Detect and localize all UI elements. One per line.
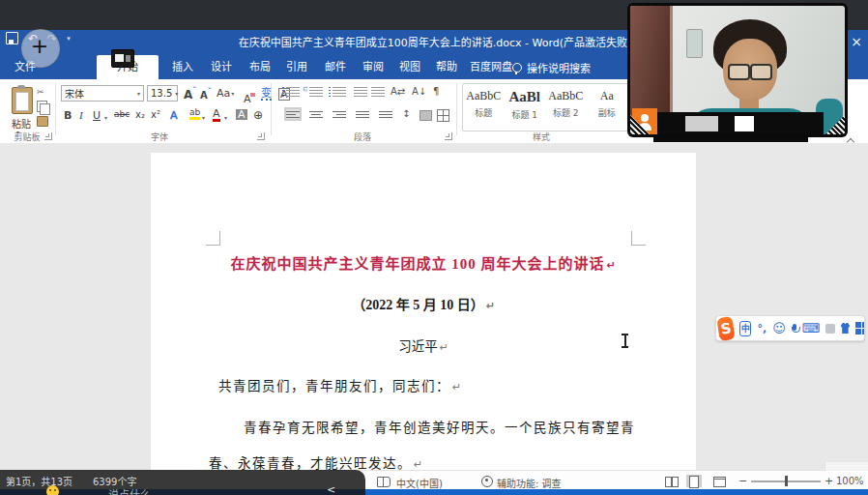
asian-layout-button[interactable]: A⇄ — [391, 86, 405, 97]
phonetic-guide-button[interactable]: 变 — [261, 88, 272, 101]
style-normal[interactable]: AaBbC 标题 — [463, 84, 505, 131]
handwriting-icon[interactable] — [825, 324, 834, 334]
character-shading-button[interactable]: A — [236, 109, 247, 120]
tab-help[interactable]: 帮助 — [430, 55, 463, 79]
text-effects-button[interactable]: A — [170, 110, 178, 121]
subscript-button[interactable]: x₂ — [135, 110, 145, 120]
sogou-logo-icon[interactable]: S — [716, 315, 735, 340]
group-label-styles: 样式 — [517, 131, 565, 143]
webcam-button-gray[interactable] — [685, 116, 718, 131]
format-painter-icon[interactable] — [37, 116, 48, 127]
group-label-clipboard: 剪贴板 — [6, 131, 48, 143]
smiley-emoji-icon[interactable] — [46, 485, 59, 495]
live-chat-overlay: 第1页，共13页 6399个字 说点什么 < — [0, 470, 365, 495]
qat-customize-caret-icon[interactable]: ▾ — [67, 35, 71, 43]
font-dialog-launcher-icon[interactable] — [257, 132, 265, 140]
clear-formatting-button[interactable]: A — [244, 93, 251, 105]
document-area: 在庆祝中国共产主义青年团成立 100 周年大会上的讲话↵ （2022 年 5 月… — [0, 143, 868, 489]
tab-insert[interactable]: 插入 — [166, 55, 199, 79]
borders-button[interactable] — [437, 109, 449, 122]
document-page[interactable]: 在庆祝中国共产主义青年团成立 100 周年大会上的讲话↵ （2022 年 5 月… — [151, 153, 696, 489]
tab-layout[interactable]: 布局 — [244, 55, 276, 79]
clipboard-mini-buttons: ✂ — [37, 87, 48, 127]
align-left-button[interactable] — [286, 109, 300, 119]
screen: ↶ ↷ ▾ 在庆祝中国共产主义青年团成立100周年大会上的讲话.docx - W… — [0, 0, 868, 495]
decrease-indent-button[interactable] — [354, 87, 367, 97]
toolbox-icon[interactable] — [855, 322, 864, 335]
close-button[interactable]: × — [845, 30, 868, 55]
paste-icon[interactable] — [12, 87, 33, 114]
soft-keyboard-icon[interactable]: ⌨ — [801, 322, 820, 335]
superscript-button[interactable]: x² — [151, 110, 160, 120]
underline-button[interactable]: U — [93, 110, 101, 121]
highlight-caret-icon[interactable]: ▾ — [202, 114, 205, 121]
print-layout-button[interactable] — [686, 475, 702, 487]
enclose-characters-button[interactable]: ⊕ — [253, 109, 263, 121]
paragraph-dialog-launcher-icon[interactable] — [445, 132, 452, 140]
bullets-button[interactable] — [286, 87, 300, 97]
tab-references[interactable]: 引用 — [280, 55, 313, 79]
tab-view[interactable]: 视图 — [393, 55, 426, 79]
justify-button[interactable] — [356, 109, 369, 119]
webcam-overlay[interactable] — [627, 3, 848, 137]
tab-baidu-netdisk[interactable]: 百度网盘 — [467, 55, 515, 79]
align-right-button[interactable] — [333, 109, 346, 119]
group-label-paragraph: 段落 — [338, 131, 387, 143]
clipboard-dialog-launcher-icon[interactable] — [44, 132, 52, 140]
person-glasses — [726, 64, 776, 78]
styles-gallery: AaBbC 标题 AaBl 标题 1 AaBbC 标题 2 Aa 副标 — [462, 83, 628, 131]
zoom-slider-thumb[interactable] — [785, 476, 788, 486]
accessibility-status[interactable]: 辅助功能: 调查 — [497, 476, 562, 490]
cut-icon[interactable]: ✂ — [37, 87, 48, 97]
zoom-out-button[interactable]: − — [738, 475, 747, 487]
change-case-button[interactable]: Aa▾ — [217, 88, 234, 99]
numbering-button[interactable] — [309, 87, 323, 97]
bold-button[interactable]: B — [64, 110, 72, 121]
sort-button[interactable]: A↓ — [412, 86, 426, 97]
proofing-icon[interactable] — [377, 477, 391, 487]
font-color-button[interactable]: A — [213, 108, 220, 122]
read-mode-button[interactable] — [663, 475, 679, 487]
chat-input-placeholder[interactable]: 说点什么 — [108, 486, 151, 495]
tab-review[interactable]: 审阅 — [357, 55, 390, 79]
show-marks-button[interactable]: ¶ — [433, 86, 439, 97]
language-status[interactable]: 中文(中国) — [396, 476, 443, 490]
font-color-caret-icon[interactable]: ▾ — [224, 114, 227, 121]
font-size-combobox[interactable]: 13.5▾ — [147, 85, 178, 102]
underline-caret-icon[interactable]: ▾ — [104, 114, 107, 121]
tab-mailings[interactable]: 邮件 — [319, 55, 352, 79]
zoom-level[interactable]: 100% — [836, 476, 864, 486]
style-subtitle[interactable]: Aa 副标 — [587, 84, 628, 131]
align-center-button[interactable] — [309, 109, 323, 119]
tab-design[interactable]: 设计 — [205, 55, 238, 79]
italic-button[interactable]: I — [79, 110, 83, 121]
strikethrough-button[interactable]: abc — [114, 110, 130, 119]
page-info[interactable]: 第1页，共13页 — [6, 474, 72, 488]
crosshair-cursor-icon: + — [21, 29, 58, 66]
voice-input-icon[interactable] — [792, 324, 796, 334]
distribute-button[interactable] — [379, 109, 392, 119]
shading-button[interactable] — [420, 110, 432, 121]
grow-font-button[interactable]: A — [184, 88, 196, 101]
emoji-icon[interactable]: ☺ — [772, 322, 786, 335]
chinese-mode-icon[interactable]: 中 — [739, 321, 751, 336]
highlight-color-button[interactable]: ab — [189, 108, 200, 120]
chat-collapse-icon[interactable]: < — [327, 483, 335, 495]
web-layout-button[interactable] — [711, 475, 727, 487]
font-name-combobox[interactable]: 宋体▾ — [61, 85, 144, 102]
save-icon[interactable] — [6, 32, 18, 44]
multilevel-list-button[interactable] — [333, 87, 346, 97]
accessibility-icon[interactable] — [481, 476, 493, 487]
tell-me-search[interactable]: 操作说明搜索 — [512, 55, 591, 79]
shrink-font-button[interactable]: A — [200, 89, 212, 101]
skin-icon[interactable] — [841, 323, 850, 334]
punctuation-icon[interactable]: °, — [757, 323, 767, 334]
style-heading2[interactable]: AaBbC 标题 2 — [545, 84, 587, 131]
zoom-in-button[interactable]: + — [825, 475, 833, 487]
style-heading1[interactable]: AaBl 标题 1 — [505, 84, 546, 131]
line-spacing-button[interactable]: ↕ — [402, 108, 410, 119]
paste-button[interactable]: 粘贴 — [8, 116, 35, 131]
webcam-button-white[interactable] — [735, 116, 754, 131]
copy-icon[interactable] — [37, 101, 47, 112]
increase-indent-button[interactable] — [371, 87, 385, 97]
